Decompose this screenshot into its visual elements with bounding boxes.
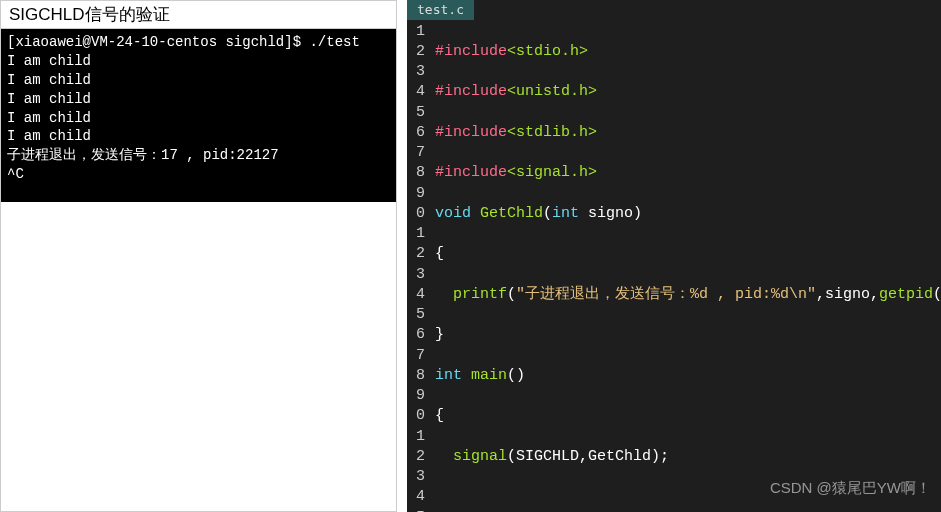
terminal-output: I am child bbox=[7, 71, 390, 90]
line-number: 2 bbox=[411, 447, 425, 467]
line-number: 8 bbox=[411, 163, 425, 183]
code-line bbox=[435, 487, 941, 507]
line-number: 8 bbox=[411, 366, 425, 386]
terminal-exit-line: 子进程退出，发送信号：17 , pid:22127 bbox=[7, 146, 390, 165]
code-line: { bbox=[435, 244, 941, 264]
code-line: #include<unistd.h> bbox=[435, 82, 941, 102]
line-number: 7 bbox=[411, 346, 425, 366]
line-number: 3 bbox=[411, 467, 425, 487]
line-number: 5 bbox=[411, 508, 425, 512]
page-title: SIGCHLD信号的验证 bbox=[1, 1, 396, 29]
line-number: 3 bbox=[411, 62, 425, 82]
line-gutter: 1 2 3 4 5 6 7 8 9 0 1 2 3 4 5 6 7 8 9 0 bbox=[407, 20, 431, 512]
terminal-output: I am child bbox=[7, 52, 390, 71]
code-line: #include<stdlib.h> bbox=[435, 123, 941, 143]
editor-tab[interactable]: test.c bbox=[407, 0, 474, 20]
line-number: 6 bbox=[411, 123, 425, 143]
terminal-output: I am child bbox=[7, 109, 390, 128]
line-number: 9 bbox=[411, 386, 425, 406]
line-number: 2 bbox=[411, 42, 425, 62]
code-line: #include<stdio.h> bbox=[435, 42, 941, 62]
command: ./test bbox=[309, 34, 359, 50]
line-number: 6 bbox=[411, 325, 425, 345]
code-line: int main() bbox=[435, 366, 941, 386]
line-number: 4 bbox=[411, 285, 425, 305]
code-line: printf("子进程退出，发送信号：%d , pid:%d\n",signo,… bbox=[435, 285, 941, 305]
code-area[interactable]: #include<stdio.h> #include<unistd.h> #in… bbox=[431, 20, 941, 512]
line-number: 5 bbox=[411, 103, 425, 123]
prompt: [xiaoawei@VM-24-10-centos sigchld]$ bbox=[7, 34, 309, 50]
code-line: } bbox=[435, 325, 941, 345]
terminal-ctrlc: ^C bbox=[7, 165, 390, 184]
line-number: 7 bbox=[411, 143, 425, 163]
line-number: 1 bbox=[411, 22, 425, 42]
left-panel: SIGCHLD信号的验证 [xiaoawei@VM-24-10-centos s… bbox=[0, 0, 397, 512]
code-line: #include<signal.h> bbox=[435, 163, 941, 183]
code-line: { bbox=[435, 406, 941, 426]
line-number: 0 bbox=[411, 204, 425, 224]
code-editor[interactable]: test.c 1 2 3 4 5 6 7 8 9 0 1 2 3 4 5 6 7 bbox=[407, 0, 941, 512]
line-number: 1 bbox=[411, 224, 425, 244]
editor-tab-row: test.c bbox=[407, 0, 941, 20]
line-number: 5 bbox=[411, 305, 425, 325]
line-number: 4 bbox=[411, 487, 425, 507]
terminal-output: I am child bbox=[7, 127, 390, 146]
terminal-output: I am child bbox=[7, 90, 390, 109]
terminal-prompt-line: [xiaoawei@VM-24-10-centos sigchld]$ ./te… bbox=[7, 33, 390, 52]
code-line: signal(SIGCHLD,GetChld); bbox=[435, 447, 941, 467]
line-number: 3 bbox=[411, 265, 425, 285]
line-number: 1 bbox=[411, 427, 425, 447]
line-number: 4 bbox=[411, 82, 425, 102]
code-line: void GetChld(int signo) bbox=[435, 204, 941, 224]
line-number: 2 bbox=[411, 244, 425, 264]
line-number: 0 bbox=[411, 406, 425, 426]
terminal[interactable]: [xiaoawei@VM-24-10-centos sigchld]$ ./te… bbox=[1, 29, 396, 202]
line-number: 9 bbox=[411, 184, 425, 204]
